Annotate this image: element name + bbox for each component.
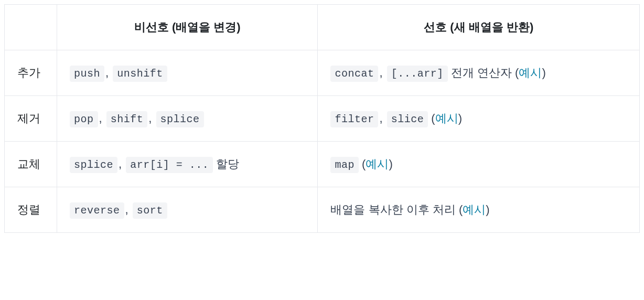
code-token: slice (387, 111, 428, 127)
code-token: splice (156, 111, 204, 127)
cell-suffix-text: ( (359, 157, 366, 170)
code-token: pop (70, 111, 98, 127)
avoid-cell: reverse, sort (57, 187, 318, 233)
row-label: 정렬 (5, 187, 57, 233)
prefer-cell: map (예시) (318, 142, 640, 187)
table-row: 교체splice, arr[i] = ... 할당map (예시) (5, 142, 640, 187)
cell-suffix-text: 전개 연산자 ( (448, 66, 519, 79)
array-methods-table: 비선호 (배열을 변경) 선호 (새 배열을 반환) 추가push, unshi… (4, 4, 640, 233)
code-separator: , (99, 112, 105, 125)
code-token: arr[i] = ... (126, 157, 213, 173)
header-avoid: 비선호 (배열을 변경) (57, 5, 318, 50)
code-token: splice (70, 157, 117, 173)
code-separator: , (119, 157, 125, 170)
prefer-cell: 배열을 복사한 이후 처리 (예시) (318, 187, 640, 233)
example-link[interactable]: 예시 (435, 112, 458, 125)
row-label: 교체 (5, 142, 57, 187)
example-link[interactable]: 예시 (463, 203, 486, 216)
table-row: 추가push, unshiftconcat, [...arr] 전개 연산자 (… (5, 50, 640, 96)
table-row: 제거pop, shift, splicefilter, slice (예시) (5, 96, 640, 142)
avoid-cell: push, unshift (57, 50, 318, 96)
code-separator: , (105, 66, 112, 79)
avoid-cell: pop, shift, splice (57, 96, 318, 142)
cell-after-link-text: ) (542, 66, 545, 79)
example-link[interactable]: 예시 (366, 157, 389, 170)
code-separator: , (379, 66, 385, 79)
code-token: map (330, 157, 359, 173)
header-prefer: 선호 (새 배열을 반환) (318, 5, 640, 50)
row-label: 추가 (5, 50, 57, 96)
code-token: shift (106, 111, 148, 127)
table-header-row: 비선호 (배열을 변경) 선호 (새 배열을 반환) (5, 5, 640, 50)
code-token: unshift (113, 66, 167, 82)
avoid-cell: splice, arr[i] = ... 할당 (57, 142, 318, 187)
cell-prefix-text: 배열을 복사한 이후 처리 ( (330, 203, 463, 216)
prefer-cell: concat, [...arr] 전개 연산자 (예시) (318, 50, 640, 96)
cell-after-link-text: ) (389, 157, 392, 170)
code-separator: , (379, 112, 385, 125)
code-token: reverse (70, 202, 124, 219)
code-separator: , (125, 203, 132, 216)
code-token: concat (330, 66, 378, 82)
cell-suffix-text: ( (428, 112, 435, 125)
cell-after-link-text: ) (486, 203, 489, 216)
header-empty (5, 5, 57, 50)
code-token: sort (133, 202, 167, 219)
cell-after-link-text: ) (458, 112, 462, 125)
code-token: filter (330, 111, 378, 127)
prefer-cell: filter, slice (예시) (318, 96, 640, 142)
code-token: [...arr] (387, 66, 448, 82)
cell-suffix-text: 할당 (213, 157, 239, 170)
row-label: 제거 (5, 96, 57, 142)
code-separator: , (148, 112, 155, 125)
example-link[interactable]: 예시 (519, 66, 542, 79)
table-row: 정렬reverse, sort배열을 복사한 이후 처리 (예시) (5, 187, 640, 233)
code-token: push (70, 66, 104, 82)
